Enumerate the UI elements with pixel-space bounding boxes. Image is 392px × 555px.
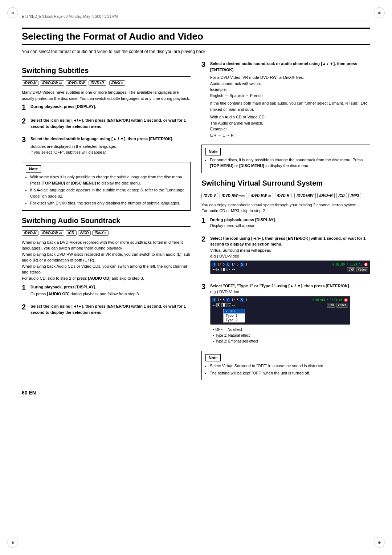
effect-type2: • Type 2: Emphasised effect <box>212 339 350 344</box>
virtual-step3-num: 3 <box>201 283 208 344</box>
virtual-note-box: Note Select Virtual Surround to "OFF" in… <box>201 351 370 381</box>
audio-step3-body2: If the title contains both main and sub … <box>210 100 370 112</box>
page: ⊕ ⊕ ⊕ ⊕ E7J70BD_EN book Page 60 Monday, … <box>0 0 392 555</box>
main-title: Selecting the Format of Audio and Video <box>22 28 370 45</box>
screen-mockup-2: T 1/ 5 C 1/ 5 S 3 0:01:00 / 1:23:45 ⬤ <box>210 296 350 325</box>
badge-divx: /DivX® <box>109 80 125 86</box>
badge-audio-cd: /CD <box>66 230 76 236</box>
virtual-step1-num: 1 <box>201 217 208 229</box>
subtitles-note-box: Note With some discs it is only possible… <box>22 162 191 211</box>
badge-dvdplusr: /DVD+R <box>89 80 106 86</box>
screen-mockup-1: T 1/ 5 C 1/ 5 S 3 0:01:00 / 1:23:45 ⬤ <box>210 260 370 274</box>
badge-audio-dvd-v: /DVD-V <box>22 230 38 236</box>
dropdown-off: ✓ OFF <box>224 309 245 313</box>
intro-text: You can select the format of audio and v… <box>22 48 370 55</box>
badge-dvdplusrw: /DVD+RW <box>66 80 87 86</box>
header-bar: E7J70BD_EN book Page 60 Monday, May 7, 2… <box>22 15 370 20</box>
subtitles-note-3: For discs with DivX® files, the screen o… <box>30 200 187 206</box>
switching-subtitles-title: Switching Subtitles <box>22 66 191 77</box>
virtual-step3: 3 Select "OFF", "Type 1" or "Type 2" usi… <box>201 283 370 347</box>
badge-dvd-v: /DVD-V <box>22 80 38 86</box>
step3-sub: Subtitles are displayed in the selected … <box>30 143 173 155</box>
effect-type1: • Type 1: Natural effect <box>212 333 350 339</box>
subtitles-note-title: Note <box>26 165 41 173</box>
effect-list: • OFF: No effect • Type 1: Natural effec… <box>210 327 350 344</box>
badge-vs-dvd-rw-vr: /DVD-RWVR <box>249 193 273 198</box>
audio-step3-num: 3 <box>201 61 208 138</box>
subtitles-body: Many DVD-Videos have subtitles in one or… <box>22 89 191 101</box>
virtual-step2: 2 Select the icon using [◄/►], then pres… <box>201 235 370 279</box>
virtual-step2-num: 2 <box>201 235 208 276</box>
badge-vs-dvd-r: /DVD-R <box>275 193 291 198</box>
step3-num: 3 <box>22 136 28 155</box>
virtual-step1: 1 During playback, press [DISPLAY]. Disp… <box>201 217 370 232</box>
step1-num: 1 <box>22 104 28 111</box>
badge-vs-dvd-rw-video: /DVD-RWVideo <box>220 193 248 198</box>
audio-step1-sub: Or press [AUDIO OD] during playback and … <box>30 291 140 297</box>
subtitles-step2: 2 Select the icon using [◄/►], then pres… <box>22 117 191 132</box>
badge-dvd-rw-vr: /DVD-RWVR <box>40 80 64 86</box>
subtitles-step3: 3 Select the desired subtitle language u… <box>22 136 191 158</box>
step1-text: During playback, press [DISPLAY]. <box>30 104 96 111</box>
virtual-note-1: Select Virtual Surround to "OFF" in a ca… <box>210 363 366 369</box>
switching-audio-title: Switching Audio Soundtrack <box>22 216 191 227</box>
virtual-body: You can enjoy stereophonic virtual space… <box>201 202 370 214</box>
corner-mark-br: ⊕ <box>374 537 385 548</box>
badge-audio-dvd-rw: /DVD-RWVR <box>40 230 64 236</box>
corner-mark-tr: ⊕ <box>374 7 385 18</box>
step3-text: Select the desired subtitle language usi… <box>30 137 173 141</box>
virtual-note-title: Note <box>205 354 221 362</box>
badge-vs-dvdplusr: /DVD+R <box>317 193 335 198</box>
effect-off: • OFF: No effect <box>212 327 350 333</box>
virtual-note-2: The setting will be kept "OFF" when the … <box>210 370 366 376</box>
step2-num: 2 <box>22 117 28 129</box>
header-text: E7J70BD_EN book Page 60 Monday, May 7, 2… <box>22 15 118 19</box>
subtitles-note-2: If a 4-digit language code appears in th… <box>30 187 187 199</box>
virtual-step3-text: Select "OFF", "Type 1" or "Type 2" using… <box>210 284 350 288</box>
virtual-step1-text: During playback, press [DISPLAY]. <box>210 218 276 222</box>
dropdown-type1: Type 1 <box>224 313 245 318</box>
audio-step3-body1: For a DVD Video, VR mode DVD-RW, or DivX… <box>210 74 370 98</box>
audio-note-1: For some discs, it is only possible to c… <box>210 157 366 169</box>
virtual-step2-sub: Virtual Surround menu will appear. <box>210 247 370 254</box>
audio-note-title: Note <box>205 148 221 155</box>
audio-badges: /DVD-V /DVD-RWVR /CD /VCD /DivX® <box>22 230 191 236</box>
corner-mark-bl: ⊕ <box>7 537 18 548</box>
badge-vs-cd: /CD <box>336 193 347 198</box>
right-column: 3 Select a desired audio soundtrack or a… <box>201 61 370 384</box>
audio-step3-title: Select a desired audio soundtrack or aud… <box>210 61 357 72</box>
virtual-notes: Select Virtual Surround to "OFF" in a ca… <box>205 363 366 376</box>
audio-body: When playing back a DVD-Videos recorded … <box>22 239 191 281</box>
audio-note-box: Note For some discs, it is only possible… <box>201 145 370 173</box>
corner-mark-tl: ⊕ <box>7 7 18 18</box>
subtitles-note-1: With some discs it is only possible to c… <box>30 174 187 186</box>
badge-audio-vcd: /VCD <box>78 230 91 236</box>
virtual-step1-sub: Display menu will appear. <box>210 223 276 229</box>
audio-step1-text: During playback, press [DISPLAY]. <box>30 285 96 289</box>
virtual-step3-sub: e.g.) DVD-Video <box>210 289 350 295</box>
badge-vs-dvdplusrw: /DVD+RW <box>294 193 315 198</box>
audio-step1: 1 During playback, press [DISPLAY]. Or p… <box>22 284 191 300</box>
virtual-badges: /DVD-V /DVD-RWVideo /DVD-RWVR /DVD-R /DV… <box>201 193 370 198</box>
badge-vs-dvd-v: /DVD-V <box>201 193 218 198</box>
subtitles-notes: With some discs it is only possible to c… <box>26 174 187 206</box>
dropdown-type2: Type 2 <box>224 318 245 322</box>
audio-step2: 2 Select the icon using [◄/►], then pres… <box>22 303 191 318</box>
page-number: 60 EN <box>22 390 370 396</box>
step2-text: Select the icon using [◄/►], then press … <box>30 117 191 129</box>
badge-audio-divx: /DivX® <box>92 230 108 236</box>
audio-step3-block: 3 Select a desired audio soundtrack or a… <box>201 61 370 141</box>
virtual-surround-title: Switching Virtual Surround System <box>201 179 370 189</box>
audio-step2-text: Select the icon using [◄/►], then press … <box>30 303 191 315</box>
audio-step2-num: 2 <box>22 303 28 315</box>
virtual-step2-text: Select the icon using [◄/►], then press … <box>210 236 366 247</box>
audio-step1-num: 1 <box>22 284 28 297</box>
subtitles-step1: 1 During playback, press [DISPLAY]. <box>22 104 191 114</box>
badge-vs-mp3: /MP3 <box>348 193 361 198</box>
virtual-eg1: e.g.) DVD-Video <box>210 253 370 259</box>
audio-step3-body3: With an Audio CD or Video CD: The Audio … <box>210 114 370 138</box>
subtitles-badges: /DVD-V /DVD-RWVR /DVD+RW /DVD+R /DivX® <box>22 80 191 86</box>
left-column: Switching Subtitles /DVD-V /DVD-RWVR /DV… <box>22 61 191 384</box>
audio-notes: For some discs, it is only possible to c… <box>205 157 366 169</box>
